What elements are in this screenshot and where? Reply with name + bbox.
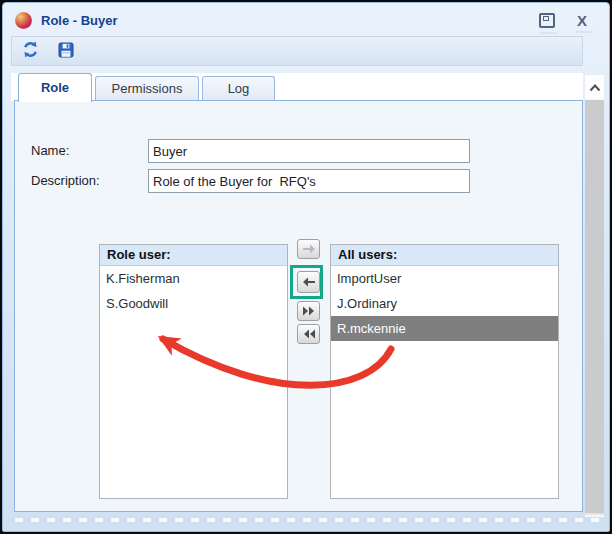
description-input[interactable] bbox=[148, 169, 470, 193]
move-right-button[interactable] bbox=[297, 239, 320, 259]
tab-permissions[interactable]: Permissions bbox=[95, 76, 199, 101]
save-button[interactable] bbox=[56, 41, 76, 61]
role-tab-panel: Name: Description: Role user: K.Fisherma… bbox=[14, 100, 583, 512]
arrow-right-icon bbox=[302, 242, 316, 257]
refresh-icon bbox=[22, 41, 39, 61]
window-title: Role - Buyer bbox=[41, 13, 118, 28]
role-user-list-header: Role user: bbox=[100, 245, 287, 266]
description-label: Description: bbox=[31, 169, 100, 193]
list-item[interactable]: J.Ordinary bbox=[331, 291, 558, 316]
list-item[interactable]: S.Goodwill bbox=[100, 291, 287, 316]
arrow-left-icon bbox=[302, 275, 316, 290]
double-arrow-left-icon bbox=[302, 327, 316, 342]
scroll-up-button[interactable] bbox=[585, 75, 604, 99]
move-all-left-button[interactable] bbox=[297, 324, 320, 344]
scrollbar-thumb[interactable] bbox=[585, 100, 604, 515]
bottom-dashed-border bbox=[7, 518, 599, 522]
close-icon[interactable]: X bbox=[577, 14, 587, 27]
refresh-button[interactable] bbox=[20, 41, 40, 61]
save-icon bbox=[58, 42, 74, 61]
tab-role[interactable]: Role bbox=[18, 73, 92, 102]
tab-strip: Role Permissions Log bbox=[11, 73, 583, 101]
double-arrow-right-icon bbox=[302, 304, 316, 319]
toolbar bbox=[11, 36, 583, 66]
chevron-up-icon bbox=[589, 80, 601, 95]
dialog-window: Role - Buyer X bbox=[2, 2, 610, 532]
all-users-list-header: All users: bbox=[331, 245, 558, 266]
name-input[interactable] bbox=[148, 139, 470, 163]
move-left-button[interactable] bbox=[297, 271, 320, 293]
move-all-right-button[interactable] bbox=[297, 301, 320, 321]
list-item[interactable]: K.Fisherman bbox=[100, 266, 287, 291]
maximize-icon[interactable] bbox=[539, 13, 555, 28]
all-users-list: All users: ImportUser J.Ordinary R.mcken… bbox=[330, 244, 559, 499]
window-titlebar: Role - Buyer X bbox=[9, 7, 603, 33]
list-item[interactable]: ImportUser bbox=[331, 266, 558, 291]
list-item-selected[interactable]: R.mckennie bbox=[331, 316, 558, 341]
role-user-list: Role user: K.Fisherman S.Goodwill bbox=[99, 244, 288, 499]
app-logo-icon bbox=[15, 12, 32, 29]
name-label: Name: bbox=[31, 139, 69, 163]
vertical-scrollbar bbox=[585, 75, 604, 517]
tab-log[interactable]: Log bbox=[202, 76, 275, 101]
